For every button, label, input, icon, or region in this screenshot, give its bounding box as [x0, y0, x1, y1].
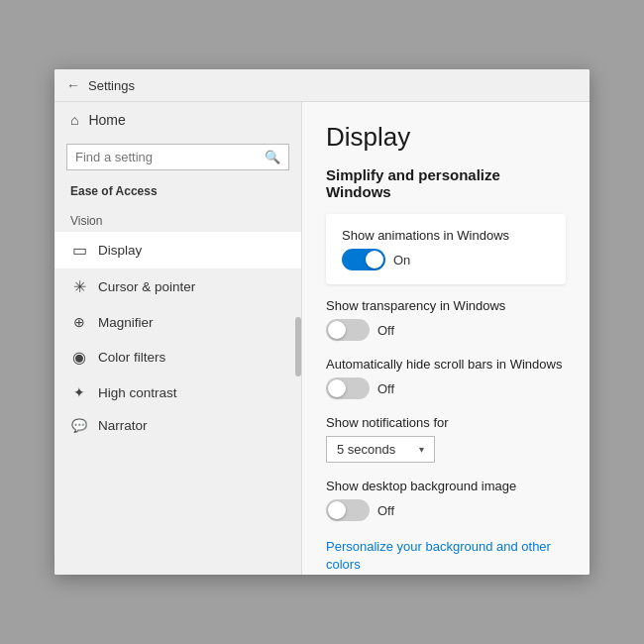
page-title: Display: [326, 122, 566, 153]
scrollbar-track[interactable]: [295, 206, 301, 575]
sidebar-item-narrator[interactable]: 💬 Narrator: [54, 409, 301, 442]
transparency-toggle-row: Off: [326, 319, 566, 341]
animations-toggle-track[interactable]: [342, 249, 385, 270]
notifications-dropdown[interactable]: 5 seconds ▾: [326, 436, 435, 463]
magnifier-icon: ⊕: [70, 314, 88, 330]
section-title: Simplify and personalize Windows: [326, 166, 566, 200]
sidebar-nav: Vision ▭ Display ✳ Cursor & pointer ⊕ Ma…: [54, 206, 301, 575]
home-icon: ⌂: [70, 112, 78, 128]
animations-toggle[interactable]: [342, 249, 385, 270]
scrollbars-state: Off: [377, 381, 394, 396]
desktop-bg-setting: Show desktop background image Off: [326, 479, 566, 521]
transparency-toggle[interactable]: [326, 319, 370, 341]
sidebar-item-magnifier[interactable]: ⊕ Magnifier: [54, 305, 301, 339]
animations-toggle-knob: [366, 251, 383, 268]
sidebar-item-display[interactable]: ▭ Display: [54, 232, 301, 268]
desktop-bg-toggle-track[interactable]: [326, 499, 370, 521]
sidebar-home-label: Home: [88, 112, 125, 128]
notifications-setting: Show notifications for 5 seconds ▾: [326, 415, 566, 463]
sidebar-item-color-filters-label: Color filters: [98, 350, 165, 365]
scrollbars-toggle-track[interactable]: [326, 377, 370, 399]
transparency-setting: Show transparency in Windows Off: [326, 298, 566, 341]
cursor-icon: ✳: [70, 277, 88, 296]
search-input[interactable]: [75, 150, 259, 164]
sidebar-item-narrator-label: Narrator: [98, 418, 148, 433]
transparency-toggle-track[interactable]: [326, 319, 370, 341]
animations-label: Show animations in Windows: [342, 228, 550, 243]
sidebar-item-high-contrast-label: High contrast: [98, 385, 177, 400]
animations-toggle-row: On: [342, 249, 550, 270]
sidebar-item-cursor-label: Cursor & pointer: [98, 279, 195, 294]
desktop-bg-toggle[interactable]: [326, 499, 370, 521]
notifications-label: Show notifications for: [326, 415, 566, 430]
transparency-state: Off: [377, 323, 394, 338]
sidebar: ⌂ Home 🔍 Ease of Access Vision ▭ Display: [54, 102, 302, 575]
desktop-bg-toggle-knob: [328, 501, 346, 519]
sidebar-item-home[interactable]: ⌂ Home: [54, 102, 301, 138]
transparency-toggle-knob: [328, 321, 346, 339]
narrator-icon: 💬: [70, 418, 88, 433]
window-content: ⌂ Home 🔍 Ease of Access Vision ▭ Display: [54, 102, 590, 575]
sidebar-item-color-filters[interactable]: ◉ Color filters: [54, 339, 301, 376]
main-content: Display Simplify and personalize Windows…: [302, 102, 590, 575]
scrollbars-label: Automatically hide scroll bars in Window…: [326, 357, 566, 372]
desktop-bg-toggle-row: Off: [326, 499, 566, 521]
desktop-bg-label: Show desktop background image: [326, 479, 566, 493]
display-icon: ▭: [70, 241, 88, 260]
transparency-label: Show transparency in Windows: [326, 298, 566, 313]
animations-state: On: [393, 253, 410, 268]
color-filters-icon: ◉: [70, 348, 88, 367]
search-icon: 🔍: [265, 150, 280, 164]
scrollbars-toggle[interactable]: [326, 377, 370, 399]
chevron-down-icon: ▾: [419, 444, 424, 455]
high-contrast-icon: ✦: [70, 384, 88, 400]
sidebar-item-cursor[interactable]: ✳ Cursor & pointer: [54, 268, 301, 305]
sidebar-item-display-label: Display: [98, 243, 142, 258]
desktop-bg-state: Off: [377, 503, 394, 518]
notifications-dropdown-value: 5 seconds: [337, 442, 395, 457]
personalize-link[interactable]: Personalize your background and other co…: [326, 539, 551, 572]
search-box[interactable]: 🔍: [66, 144, 289, 170]
back-button[interactable]: ←: [66, 77, 80, 93]
scrollbar-thumb: [295, 317, 301, 376]
ease-of-access-label: Ease of Access: [54, 180, 301, 206]
settings-window: ← Settings ⌂ Home 🔍 Ease of Access Visio…: [54, 69, 590, 575]
sidebar-item-high-contrast[interactable]: ✦ High contrast: [54, 376, 301, 409]
sidebar-item-magnifier-label: Magnifier: [98, 315, 154, 330]
scrollbars-toggle-knob: [328, 379, 346, 397]
vision-section-label: Vision: [54, 206, 301, 232]
titlebar: ← Settings: [54, 69, 590, 102]
scrollbars-setting: Automatically hide scroll bars in Window…: [326, 357, 566, 399]
animations-card: Show animations in Windows On: [326, 214, 566, 284]
scrollbars-toggle-row: Off: [326, 377, 566, 399]
window-title: Settings: [88, 78, 135, 93]
